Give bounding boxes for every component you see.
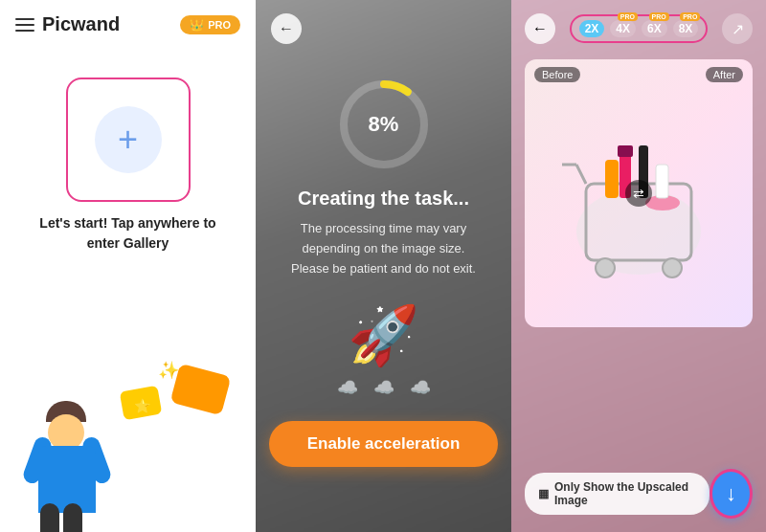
svg-rect-12 [605,160,619,198]
before-label: Before [534,67,580,82]
menu-icon[interactable] [15,18,34,32]
person-leg-left [40,503,59,532]
share-button[interactable]: ↗ [722,13,753,44]
cloud-icon-2: ☁️ [373,377,394,398]
scale-2x-button[interactable]: 2X [579,20,605,37]
creating-title: Creating the task... [298,188,469,210]
panel-result: ← 2X PRO 4X PRO 6X PRO 8X ↗ [511,0,766,532]
pro-tag-4x: PRO [618,12,638,21]
progress-percent: 8% [369,112,399,137]
rocket-icon: 🚀 [348,301,419,369]
pro-tag-6x: PRO [649,12,669,21]
enable-acceleration-button[interactable]: Enable acceleration [269,421,499,467]
cloud-icon-1: ☁️ [337,377,358,398]
illustration: ✨ ⭐ [0,341,256,532]
plus-circle: + [95,106,162,173]
back-button-result[interactable]: ← [525,13,555,44]
pro-label: PRO [208,19,231,31]
cloud-icon-3: ☁️ [410,377,431,398]
comparison-divider[interactable]: ⇄ [625,180,652,207]
add-image-button[interactable]: + [66,78,191,202]
result-content: ← 2X PRO 4X PRO 6X PRO 8X ↗ [511,0,766,532]
scale-6x-button[interactable]: PRO 6X [642,20,667,37]
svg-rect-9 [618,145,633,157]
share-icon: ↗ [732,20,744,38]
crown-icon: 👑 [190,18,204,32]
arrows-icon: ⇄ [633,186,644,201]
sparkle-icon-1: ✨ [158,360,179,381]
gallery-instruction: Let's start! Tap anywhere to enter Galle… [0,213,256,254]
svg-point-6 [596,258,615,277]
download-button[interactable]: ↓ [710,469,753,519]
creating-description: The processing time may vary depending o… [256,219,511,278]
processing-content: ← 8% Creating the task... The processing… [256,0,511,532]
pro-tag-8x: PRO [680,12,700,21]
person-leg-right [63,503,82,532]
scale-4x-button[interactable]: PRO 4X [610,20,636,37]
app-title: Picwand [42,13,172,35]
back-arrow-icon: ← [279,20,294,37]
panel-home: Picwand 👑 PRO + Let's start! Tap anywher… [0,0,256,532]
svg-rect-13 [656,165,668,198]
panel-processing: ← 8% Creating the task... The processing… [256,0,511,532]
download-icon: ↓ [726,481,736,506]
back-button-processing[interactable]: ← [271,13,302,44]
cloud-decorations: ☁️ ☁️ ☁️ [337,377,431,398]
comparison-view: Before After [525,59,753,327]
person-illustration [29,398,105,513]
result-header: ← 2X PRO 4X PRO 6X PRO 8X ↗ [511,0,766,52]
upscale-only-label: Only Show the Upscaled Image [554,480,696,507]
home-header: Picwand 👑 PRO [0,0,256,49]
scale-8x-button[interactable]: PRO 8X [673,20,699,37]
grid-icon: ▦ [538,487,549,500]
back-arrow-icon-result: ← [532,20,548,37]
upscale-only-button[interactable]: ▦ Only Show the Upscaled Image [525,473,710,515]
pro-badge: 👑 PRO [180,15,240,34]
svg-line-4 [576,165,586,184]
plus-icon: + [118,122,138,157]
scale-options-group: 2X PRO 4X PRO 6X PRO 8X [570,14,709,43]
card-decoration-1 [170,364,232,416]
after-label: After [706,67,743,82]
bottom-toolbar: ▦ Only Show the Upscaled Image ↓ [525,469,753,519]
progress-ring: 8% [336,77,432,172]
sparkle-icon-2: ⭐ [134,398,150,413]
svg-point-7 [663,258,682,277]
